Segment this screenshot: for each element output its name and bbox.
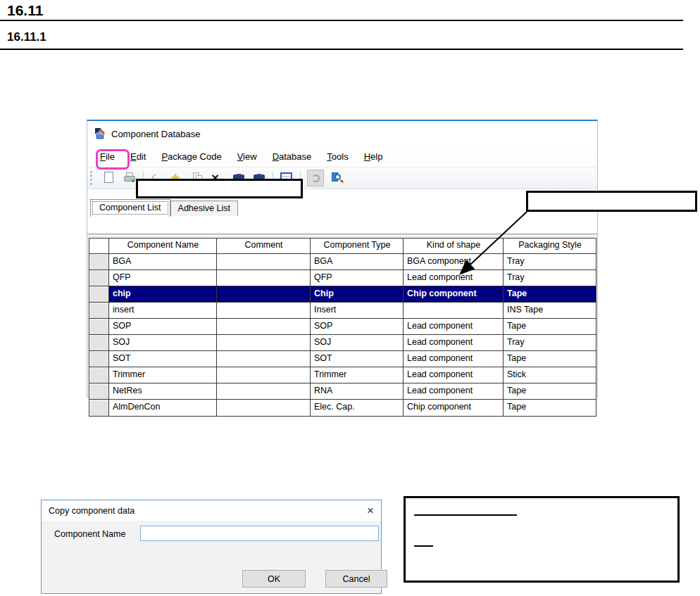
row-selector[interactable] — [89, 400, 109, 416]
table-row[interactable]: BGA BGA BGA component Tray — [89, 254, 596, 270]
menu-package-code[interactable]: Package Code — [161, 151, 221, 162]
cell-component-name: BGA — [109, 254, 217, 270]
cell-comment — [217, 319, 311, 335]
menu-tools[interactable]: Tools — [327, 151, 348, 162]
menu-view[interactable]: View — [237, 151, 257, 162]
subsection-rule — [0, 49, 683, 50]
col-component-type[interactable]: Component Type — [311, 239, 404, 254]
cell-kind-of-shape: Lead component — [404, 335, 504, 351]
cell-comment — [217, 270, 311, 286]
row-selector[interactable] — [89, 319, 109, 335]
ok-button[interactable]: OK — [242, 570, 306, 588]
menu-bar: File Edit Package Code View Database Too… — [87, 146, 597, 167]
cell-kind-of-shape: BGA component — [404, 254, 504, 270]
component-name-input[interactable] — [140, 526, 379, 541]
print-icon[interactable] — [123, 171, 137, 185]
selected-row-callout-box — [526, 191, 697, 212]
cell-packaging-style: Stick — [504, 367, 596, 383]
table-row[interactable]: AlmDenCon Elec. Cap. Chip component Tape — [89, 400, 596, 416]
row-selector[interactable] — [89, 303, 109, 319]
row-selector[interactable] — [89, 335, 109, 351]
table-row[interactable]: SOP SOP Lead component Tape — [89, 319, 596, 335]
cell-kind-of-shape: Lead component — [404, 270, 504, 286]
cell-comment — [217, 286, 311, 303]
tab-strip: Component List Adhesive List — [87, 197, 597, 216]
preview-icon[interactable] — [330, 171, 344, 185]
cell-packaging-style: Tape — [504, 286, 596, 303]
table-row[interactable]: Trimmer Trimmer Lead component Stick — [89, 367, 596, 383]
refresh-icon[interactable] — [307, 170, 324, 186]
row-selector[interactable] — [89, 351, 109, 367]
titlebar: Component Database — [87, 121, 597, 146]
menu-help[interactable]: Help — [364, 151, 383, 162]
cell-packaging-style: Tray — [504, 335, 596, 351]
cell-component-name: QFP — [109, 270, 217, 286]
cell-packaging-style: Tape — [504, 400, 596, 416]
note-underline-2 — [414, 545, 433, 547]
component-database-window: Component Database File Edit Package Cod… — [87, 120, 598, 398]
row-selector[interactable] — [89, 286, 109, 303]
cell-comment — [217, 335, 311, 351]
cell-comment — [217, 303, 311, 319]
cell-component-type: Insert — [311, 303, 404, 319]
subsection-heading: 16.11.1 — [7, 30, 46, 44]
row-selector[interactable] — [89, 254, 109, 270]
row-selector-header — [89, 239, 109, 254]
cell-packaging-style: Tape — [504, 351, 596, 367]
cancel-button[interactable]: Cancel — [325, 570, 387, 588]
tab-component-list[interactable]: Component List — [90, 199, 170, 217]
cell-component-name: NetRes — [109, 383, 217, 400]
new-document-icon[interactable] — [102, 171, 116, 185]
cell-component-type: SOT — [311, 351, 404, 367]
cell-component-type: Elec. Cap. — [311, 400, 404, 416]
cell-component-type: BGA — [311, 254, 404, 270]
cell-component-type: QFP — [311, 270, 404, 286]
col-component-name[interactable]: Component Name — [109, 239, 217, 254]
cell-packaging-style: Tray — [504, 270, 596, 286]
toolbar-callout-box — [136, 179, 303, 198]
col-packaging-style[interactable]: Packaging Style — [504, 239, 596, 254]
tab-panel: Component Name Comment Component Type Ki… — [87, 234, 597, 397]
table-row[interactable]: NetRes RNA Lead component Tape — [89, 383, 596, 400]
component-name-label: Component Name — [54, 529, 125, 539]
table-row[interactable]: SOJ SOJ Lead component Tray — [89, 335, 596, 351]
col-kind-of-shape[interactable]: Kind of shape — [404, 239, 504, 254]
app-icon — [94, 127, 106, 140]
table-row[interactable]: insert Insert INS Tape — [89, 303, 596, 319]
table-row[interactable]: SOT SOT Lead component Tape — [89, 351, 596, 367]
cell-kind-of-shape: Chip component — [404, 400, 504, 416]
menu-database[interactable]: Database — [273, 151, 312, 162]
cell-component-name: SOT — [109, 351, 217, 367]
cell-component-name: chip — [109, 286, 217, 303]
col-comment[interactable]: Comment — [217, 239, 311, 254]
cell-packaging-style: Tape — [504, 319, 596, 335]
row-selector[interactable] — [89, 270, 109, 286]
table-row[interactable]: QFP QFP Lead component Tray — [89, 270, 596, 286]
row-selector[interactable] — [89, 383, 109, 400]
cell-packaging-style: INS Tape — [504, 303, 596, 319]
cell-comment — [217, 254, 311, 270]
section-rule — [0, 20, 683, 21]
cell-component-type: Trimmer — [311, 367, 404, 383]
cell-kind-of-shape: Lead component — [404, 351, 504, 367]
cell-component-type: RNA — [311, 383, 404, 400]
dialog-title: Copy component data — [49, 506, 367, 516]
component-table: Component Name Comment Component Type Ki… — [89, 238, 596, 417]
menu-edit[interactable]: Edit — [130, 151, 146, 162]
cell-comment — [217, 383, 311, 400]
cell-comment — [217, 367, 311, 383]
copy-component-data-dialog: Copy component data × Component Name OK … — [41, 500, 382, 594]
cell-component-type: SOP — [311, 319, 404, 335]
window-title: Component Database — [111, 129, 200, 139]
toolbar-grip[interactable] — [90, 171, 93, 185]
note-underline-1 — [414, 514, 517, 516]
cell-component-type: Chip — [311, 286, 404, 303]
cell-packaging-style: Tape — [504, 383, 596, 400]
table-row[interactable]: chip Chip Chip component Tape — [89, 286, 596, 303]
cell-comment — [217, 351, 311, 367]
close-icon[interactable]: × — [367, 505, 374, 516]
cell-component-name: SOP — [109, 319, 217, 335]
tab-adhesive-list[interactable]: Adhesive List — [170, 201, 238, 216]
table-header-row: Component Name Comment Component Type Ki… — [89, 239, 596, 254]
row-selector[interactable] — [89, 367, 109, 383]
